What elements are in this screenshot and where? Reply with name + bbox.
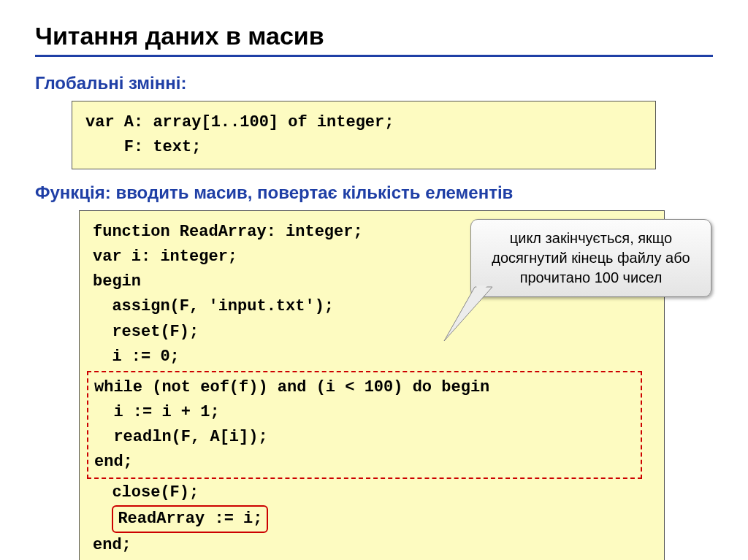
title-underline [35, 55, 713, 57]
code-line: while (not eof(f)) and (i < 100) do begi… [94, 378, 489, 396]
code-line: reset(F); [93, 323, 199, 341]
code-line: end; [93, 536, 131, 554]
section-function-label: Функція: вводить масив, повертає кількіс… [35, 183, 713, 203]
callout-text: цикл закінчується, якщо досягнутий кінец… [470, 219, 711, 297]
slide-title: Читання даних в масив [35, 22, 713, 50]
callout: цикл закінчується, якщо досягнутий кінец… [470, 219, 711, 297]
code-line: ReadArray := i; [118, 510, 262, 528]
code-line: end; [94, 453, 133, 471]
code-line: var i: integer; [93, 248, 237, 266]
section-globals-label: Глобальні змінні: [35, 73, 713, 93]
code-line: close(F); [93, 483, 199, 502]
loop-highlight-box: while (not eof(f)) and (i < 100) do begi… [87, 371, 642, 479]
callout-tail-icon [443, 284, 494, 342]
return-highlight-box: ReadArray := i; [112, 505, 268, 533]
code-line: readln(F, A[i]); [94, 428, 268, 446]
code-line: i := 0; [93, 348, 180, 366]
code-line: begin [93, 272, 141, 291]
code-line: var A: array[1..100] of integer; [85, 113, 394, 131]
code-globals: var A: array[1..100] of integer; F: text… [72, 101, 656, 169]
code-line: i := i + 1; [94, 403, 220, 421]
svg-marker-0 [444, 287, 492, 341]
code-line: function ReadArray: integer; [93, 223, 363, 241]
code-line: F: text; [85, 138, 201, 156]
code-line: assign(F, 'input.txt'); [93, 297, 334, 315]
